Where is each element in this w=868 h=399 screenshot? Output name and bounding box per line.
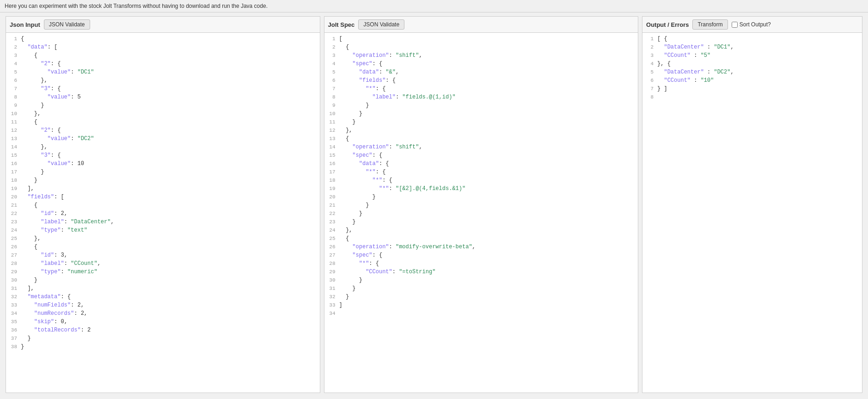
code-line: 32 "metadata": {	[6, 293, 320, 301]
line-number: 3	[324, 51, 339, 60]
line-number: 19	[6, 184, 21, 193]
line-number: 18	[6, 176, 21, 184]
line-content: [	[339, 35, 638, 43]
line-number: 33	[6, 301, 21, 309]
code-line: 4 "2": {	[6, 60, 320, 68]
code-line: 30 }	[6, 276, 320, 284]
line-number: 31	[6, 284, 21, 293]
code-line: 28 "*": {	[324, 259, 638, 268]
transform-button[interactable]: Transform	[692, 19, 727, 30]
output-code-area: 1[ {2 "DataCenter" : "DC1",3 "CCount" : …	[642, 33, 862, 393]
line-number: 16	[6, 160, 21, 168]
line-content: {	[21, 35, 320, 43]
code-line: 20 }	[324, 193, 638, 201]
code-line: 19 "*": "[&2].@(4,fields.&1)"	[324, 184, 638, 193]
code-line: 20 "fields": [	[6, 193, 320, 201]
line-content: "3": {	[21, 85, 320, 93]
code-line: 27 "spec": {	[324, 251, 638, 259]
code-line: 23 "label": "DataCenter",	[6, 218, 320, 226]
line-content: "2": {	[21, 60, 320, 68]
code-line: 11 }	[324, 118, 638, 126]
line-content: "2": {	[21, 126, 320, 135]
input-validate-button[interactable]: JSON Validate	[44, 19, 90, 30]
line-content: }	[21, 101, 320, 110]
line-number: 29	[6, 268, 21, 276]
line-content: },	[339, 126, 638, 135]
line-number: 22	[6, 209, 21, 218]
code-line: 6 "CCount" : "10"	[642, 76, 862, 85]
line-content: "spec": {	[339, 60, 638, 68]
code-line: 38}	[6, 343, 320, 351]
spec-code-area[interactable]: 1[2 {3 "operation": "shift",4 "spec": {5…	[324, 33, 638, 393]
line-number: 13	[6, 135, 21, 143]
description-bar: Here you can experiment with the stock J…	[0, 0, 868, 12]
line-number: 14	[324, 143, 339, 151]
line-content: "skip": 0,	[21, 318, 320, 326]
line-number: 4	[642, 60, 657, 68]
code-line: 21 }	[324, 201, 638, 209]
line-number: 27	[6, 251, 21, 259]
code-line: 4 "spec": {	[324, 60, 638, 68]
line-content: }	[339, 201, 638, 209]
code-line: 14 },	[6, 143, 320, 151]
line-number: 15	[324, 151, 339, 160]
line-number: 34	[324, 309, 339, 318]
line-content: }	[21, 334, 320, 343]
output-panel-title: Output / Errors	[646, 21, 689, 28]
code-line: 12 "2": {	[6, 126, 320, 135]
line-number: 24	[324, 226, 339, 234]
line-number: 25	[324, 234, 339, 243]
line-number: 5	[6, 68, 21, 76]
line-content: "*": {	[339, 85, 638, 93]
line-content: "type": "numeric"	[21, 268, 320, 276]
input-code-area[interactable]: 1{2 "data": [3 {4 "2": {5 "value": "DC1"…	[6, 33, 320, 393]
line-content: "fields": {	[339, 76, 638, 85]
line-number: 32	[6, 293, 21, 301]
line-number: 8	[642, 93, 657, 101]
line-number: 14	[6, 143, 21, 151]
code-line: 31 ],	[6, 284, 320, 293]
line-content: "data": [	[21, 43, 320, 51]
line-number: 9	[6, 101, 21, 110]
line-number: 3	[642, 51, 657, 60]
line-number: 13	[324, 135, 339, 143]
line-content: "id": 2,	[21, 209, 320, 218]
code-line: 8 "value": 5	[6, 93, 320, 101]
line-number: 20	[6, 193, 21, 201]
spec-panel-header: Jolt Spec JSON Validate	[324, 17, 638, 33]
sort-output-label[interactable]: Sort Output?	[732, 21, 771, 28]
line-number: 25	[6, 234, 21, 243]
code-line: 26 {	[6, 243, 320, 251]
main-layout: Json Input JSON Validate 1{2 "data": [3 …	[0, 12, 868, 397]
line-number: 5	[324, 68, 339, 76]
line-number: 4	[6, 60, 21, 68]
line-number: 1	[324, 35, 339, 43]
line-content: },	[21, 110, 320, 118]
spec-validate-button[interactable]: JSON Validate	[358, 19, 404, 30]
line-content: },	[339, 226, 638, 234]
code-line: 1[ {	[642, 35, 862, 43]
line-content: }	[339, 193, 638, 201]
code-line: 9 }	[6, 101, 320, 110]
line-content: }	[339, 276, 638, 284]
line-content: [ {	[657, 35, 862, 43]
line-number: 30	[324, 276, 339, 284]
line-content: }	[339, 209, 638, 218]
line-number: 11	[6, 118, 21, 126]
line-number: 28	[324, 259, 339, 268]
code-line: 34 "numRecords": 2,	[6, 309, 320, 318]
sort-output-checkbox[interactable]	[732, 22, 738, 28]
description-text: Here you can experiment with the stock J…	[5, 3, 268, 9]
line-content: "label": "DataCenter",	[21, 218, 320, 226]
code-line: 18 }	[6, 176, 320, 184]
code-line: 19 ],	[6, 184, 320, 193]
code-line: 15 "spec": {	[324, 151, 638, 160]
line-content: "DataCenter" : "DC1",	[657, 43, 862, 51]
code-line: 12 },	[324, 126, 638, 135]
line-content: }	[339, 118, 638, 126]
line-number: 12	[324, 126, 339, 135]
line-content: ],	[21, 184, 320, 193]
code-line: 15 "3": {	[6, 151, 320, 160]
code-line: 22 }	[324, 209, 638, 218]
line-content: },	[21, 234, 320, 243]
